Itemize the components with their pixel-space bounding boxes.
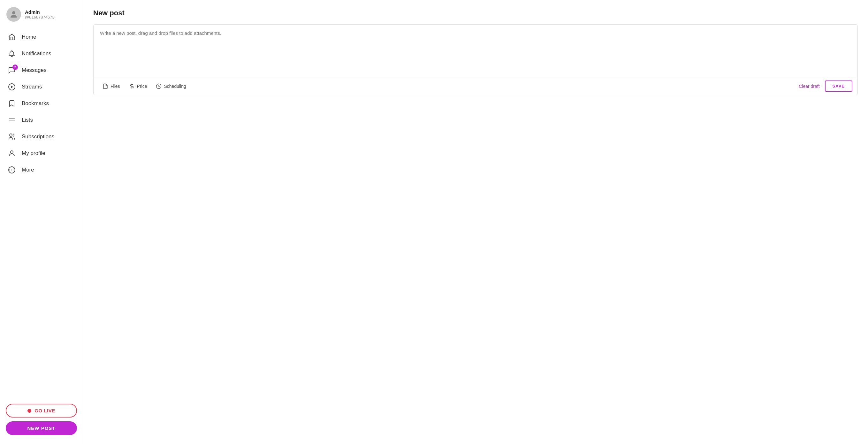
post-toolbar: Files Price Scheduling Clear [94, 77, 858, 95]
dollar-icon [129, 83, 135, 89]
sidebar-label-bookmarks: Bookmarks [22, 100, 49, 107]
file-icon [102, 83, 108, 89]
sidebar-item-my-profile[interactable]: My profile [0, 145, 83, 161]
user-info: Admin @u1687874573 [25, 9, 55, 20]
lists-icon [8, 116, 16, 124]
sidebar-item-streams[interactable]: Streams [0, 79, 83, 95]
go-live-button[interactable]: GO LIVE [6, 404, 77, 417]
sidebar-item-notifications[interactable]: Notifications [0, 46, 83, 62]
post-textarea[interactable] [94, 25, 858, 76]
scheduling-button[interactable]: Scheduling [152, 81, 190, 92]
user-handle: @u1687874573 [25, 15, 55, 20]
user-profile[interactable]: Admin @u1687874573 [0, 0, 83, 29]
bookmark-icon [8, 99, 16, 108]
svg-point-10 [14, 170, 15, 171]
home-icon [8, 33, 16, 41]
avatar [6, 7, 21, 22]
svg-point-7 [10, 151, 13, 153]
message-icon: 2 [8, 66, 16, 75]
main-content: New post Files Price [83, 0, 868, 444]
files-label: Files [111, 84, 120, 89]
page-title: New post [93, 9, 858, 17]
sidebar-label-more: More [22, 167, 34, 173]
sidebar-item-home[interactable]: Home [0, 29, 83, 46]
svg-point-8 [9, 170, 10, 171]
files-button[interactable]: Files [99, 81, 124, 92]
svg-marker-2 [11, 86, 13, 88]
new-post-label: NEW POST [27, 425, 55, 431]
nav-list: Home Notifications 2 Messages Streams [0, 29, 83, 398]
svg-point-0 [12, 11, 15, 14]
svg-point-9 [11, 170, 12, 171]
sidebar-item-bookmarks[interactable]: Bookmarks [0, 95, 83, 112]
new-post-button[interactable]: NEW POST [6, 421, 77, 435]
bell-icon [8, 50, 16, 58]
sidebar: Admin @u1687874573 Home Notifications 2 … [0, 0, 83, 444]
sidebar-item-subscriptions[interactable]: Subscriptions [0, 128, 83, 145]
clear-draft-label: Clear draft [799, 84, 819, 89]
sidebar-actions: GO LIVE NEW POST [0, 398, 83, 438]
clock-icon [156, 83, 162, 89]
sidebar-item-messages[interactable]: 2 Messages [0, 62, 83, 79]
price-button[interactable]: Price [125, 81, 151, 92]
sidebar-label-my-profile: My profile [22, 150, 45, 156]
sidebar-label-messages: Messages [22, 67, 46, 73]
save-label: SAVE [833, 84, 845, 88]
go-live-dot [28, 409, 31, 413]
sidebar-label-subscriptions: Subscriptions [22, 134, 54, 140]
profile-icon [8, 149, 16, 157]
messages-badge: 2 [12, 64, 18, 70]
scheduling-label: Scheduling [164, 84, 186, 89]
svg-point-6 [9, 134, 12, 137]
save-button[interactable]: SAVE [825, 81, 852, 92]
subscriptions-icon [8, 132, 16, 141]
price-label: Price [137, 84, 147, 89]
more-icon [8, 166, 16, 174]
sidebar-label-streams: Streams [22, 84, 42, 90]
play-icon [8, 83, 16, 91]
post-editor-container: Files Price Scheduling Clear [93, 24, 858, 95]
clear-draft-button[interactable]: Clear draft [795, 81, 823, 91]
user-name: Admin [25, 9, 55, 15]
sidebar-item-lists[interactable]: Lists [0, 112, 83, 128]
sidebar-label-lists: Lists [22, 117, 33, 123]
sidebar-item-more[interactable]: More [0, 161, 83, 178]
go-live-label: GO LIVE [34, 408, 55, 413]
sidebar-label-home: Home [22, 34, 36, 40]
sidebar-label-notifications: Notifications [22, 51, 52, 57]
